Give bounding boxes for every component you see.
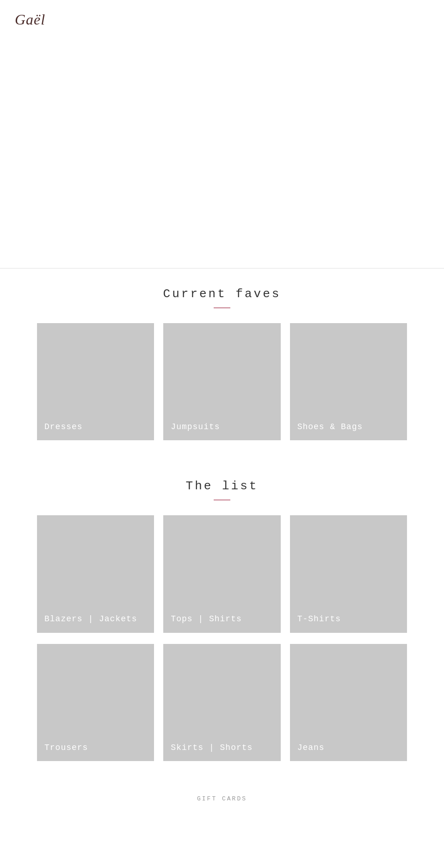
list-item-t-shirts-label: T-Shirts xyxy=(297,613,341,625)
faves-item-shoes-bags-label: Shoes & Bags xyxy=(297,421,363,433)
list-divider xyxy=(37,500,407,500)
header: Gaël xyxy=(0,0,444,269)
logo[interactable]: Gaël xyxy=(15,11,45,28)
list-grid-bottom: Trousers Skirts | Shorts Jeans xyxy=(37,644,407,761)
faves-item-dresses[interactable]: Dresses xyxy=(37,323,154,440)
faves-title: Current faves xyxy=(37,287,407,301)
faves-item-dresses-label: Dresses xyxy=(44,421,83,433)
list-item-skirts-shorts-label: Skirts | Shorts xyxy=(171,742,253,754)
list-item-blazers[interactable]: Blazers | Jackets xyxy=(37,515,154,632)
list-item-tops-shirts-label: Tops | Shirts xyxy=(171,613,241,625)
list-title: The list xyxy=(37,479,407,493)
faves-divider xyxy=(37,307,407,308)
list-item-jeans-label: Jeans xyxy=(297,742,325,754)
list-item-trousers[interactable]: Trousers xyxy=(37,644,154,761)
faves-item-shoes-bags[interactable]: Shoes & Bags xyxy=(290,323,407,440)
list-item-tops-shirts[interactable]: Tops | Shirts xyxy=(163,515,280,632)
list-item-blazers-label: Blazers | Jackets xyxy=(44,613,137,625)
faves-item-jumpsuits-label: Jumpsuits xyxy=(171,421,220,433)
divider-line-list xyxy=(214,500,230,500)
list-item-t-shirts[interactable]: T-Shirts xyxy=(290,515,407,632)
divider-line-faves xyxy=(214,307,230,308)
faves-section: Current faves Dresses Jumpsuits Shoes & … xyxy=(0,269,444,461)
list-grid-top: Blazers | Jackets Tops | Shirts T-Shirts xyxy=(37,515,407,632)
list-item-trousers-label: Trousers xyxy=(44,742,88,754)
list-item-jeans[interactable]: Jeans xyxy=(290,644,407,761)
faves-grid: Dresses Jumpsuits Shoes & Bags xyxy=(37,323,407,440)
footer-gift-cards[interactable]: GIFT CARDS xyxy=(0,781,444,812)
faves-item-jumpsuits[interactable]: Jumpsuits xyxy=(163,323,280,440)
list-item-skirts-shorts[interactable]: Skirts | Shorts xyxy=(163,644,280,761)
list-section: The list Blazers | Jackets Tops | Shirts… xyxy=(0,461,444,781)
